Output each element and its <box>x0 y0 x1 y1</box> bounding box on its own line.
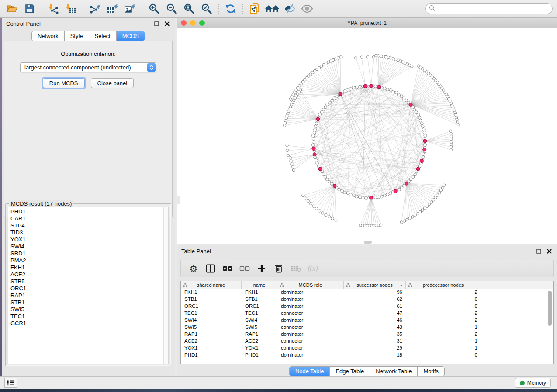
zoom-fit-icon[interactable] <box>182 2 197 15</box>
network-node[interactable] <box>314 125 317 128</box>
network-node[interactable] <box>312 141 315 144</box>
mcds-network-node[interactable] <box>339 92 342 96</box>
table-settings-icon[interactable]: ⚙ <box>187 262 200 275</box>
open-file-icon[interactable] <box>5 2 20 15</box>
column-header-predecessor-nodes[interactable]: predecessor nodes <box>406 281 481 289</box>
network-node[interactable] <box>343 191 346 194</box>
mcds-network-node[interactable] <box>363 84 367 88</box>
tab-node-table[interactable]: Node Table <box>290 367 330 376</box>
network-node[interactable] <box>438 191 440 194</box>
network-node[interactable] <box>322 108 325 111</box>
search-field[interactable] <box>425 3 553 14</box>
mcds-result-list[interactable]: PHD1CAR1STP4TID3YOX1SWI4SRD1PMA2FKH1ACE2… <box>8 207 164 364</box>
network-node[interactable] <box>287 154 289 157</box>
mcds-result-item[interactable]: PHD1 <box>10 208 164 215</box>
network-node[interactable] <box>352 194 355 197</box>
network-node[interactable] <box>291 166 294 168</box>
network-node[interactable] <box>349 88 352 91</box>
network-node[interactable] <box>389 192 392 195</box>
network-node[interactable] <box>383 194 386 197</box>
network-node[interactable] <box>360 56 363 58</box>
network-node[interactable] <box>286 144 288 147</box>
import-network-icon[interactable] <box>46 2 61 15</box>
network-node[interactable] <box>346 192 349 195</box>
deselect-all-icon[interactable] <box>238 262 251 275</box>
network-node[interactable] <box>418 116 421 119</box>
network-node[interactable] <box>430 201 433 203</box>
network-node[interactable] <box>423 131 426 134</box>
network-node[interactable] <box>411 216 414 218</box>
network-node[interactable] <box>312 137 315 140</box>
network-node[interactable] <box>419 119 422 122</box>
network-node[interactable] <box>416 212 419 215</box>
network-node[interactable] <box>374 85 377 88</box>
criterion-dropdown[interactable]: largest connected component (undirected) <box>20 62 156 72</box>
mcds-network-node[interactable] <box>423 148 426 151</box>
mcds-network-node[interactable] <box>394 189 397 193</box>
mcds-network-node[interactable] <box>423 139 427 143</box>
network-node[interactable] <box>377 196 380 199</box>
close-panel-icon[interactable] <box>546 248 553 254</box>
mcds-list-scrollbar[interactable] <box>163 207 169 364</box>
network-node[interactable] <box>443 184 446 186</box>
network-node[interactable] <box>315 207 318 210</box>
network-node[interactable] <box>400 221 403 224</box>
mcds-result-item[interactable]: GCR1 <box>10 320 164 327</box>
table-scrollbar[interactable] <box>547 290 552 363</box>
mcds-network-node[interactable] <box>377 85 381 89</box>
mcds-network-node[interactable] <box>369 196 373 199</box>
network-node[interactable] <box>420 122 423 125</box>
network-node[interactable] <box>312 205 315 207</box>
table-row[interactable]: FKH1FKH1dominator962 <box>181 289 553 296</box>
network-node[interactable] <box>386 88 389 91</box>
network-node[interactable] <box>374 54 377 57</box>
mcds-network-node[interactable] <box>312 147 315 151</box>
table-row[interactable]: ORC1ORC1dominator610 <box>181 303 553 310</box>
mcds-result-item[interactable]: CAR1 <box>10 215 164 222</box>
network-node[interactable] <box>421 125 424 128</box>
network-node[interactable] <box>321 212 324 214</box>
network-node[interactable] <box>389 89 392 92</box>
network-node[interactable] <box>315 159 318 162</box>
network-node[interactable] <box>338 188 341 191</box>
export-table-icon[interactable] <box>105 2 120 15</box>
network-node[interactable] <box>417 113 420 116</box>
network-node[interactable] <box>283 124 286 127</box>
tab-style[interactable]: Style <box>64 31 89 41</box>
network-node[interactable] <box>380 195 383 198</box>
network-node[interactable] <box>424 134 427 137</box>
network-node[interactable] <box>428 203 431 206</box>
network-node[interactable] <box>346 88 349 91</box>
mcds-result-item[interactable]: SRD1 <box>10 250 164 257</box>
network-node[interactable] <box>449 130 452 132</box>
mcds-result-item[interactable]: ORC1 <box>10 285 164 292</box>
network-node[interactable] <box>341 189 344 193</box>
column-header-shared-name[interactable]: shared name <box>181 281 242 289</box>
run-mcds-button[interactable]: Run MCDS <box>43 78 85 88</box>
network-node[interactable] <box>397 93 400 96</box>
import-table-icon[interactable] <box>64 2 79 15</box>
network-node[interactable] <box>302 194 304 196</box>
network-node[interactable] <box>413 108 416 111</box>
network-node[interactable] <box>408 217 411 220</box>
mcds-network-node[interactable] <box>318 167 322 171</box>
table-row[interactable]: ACE2ACE2connector311 <box>181 338 553 345</box>
network-node[interactable] <box>313 131 316 134</box>
refresh-icon[interactable] <box>223 2 238 15</box>
mcds-result-item[interactable]: RAP1 <box>10 292 164 299</box>
network-node[interactable] <box>426 205 429 207</box>
network-node[interactable] <box>406 218 408 221</box>
show-graphics-details-icon[interactable] <box>300 2 315 15</box>
network-node[interactable] <box>422 156 425 159</box>
tab-mcds[interactable]: MCDS <box>116 31 145 41</box>
add-row-icon[interactable] <box>255 262 268 275</box>
mcds-result-item[interactable]: ACE2 <box>10 271 164 278</box>
network-node[interactable] <box>315 122 318 125</box>
network-node[interactable] <box>309 202 312 205</box>
columns-icon[interactable] <box>204 262 217 275</box>
network-node[interactable] <box>328 215 330 218</box>
network-node[interactable] <box>324 175 327 179</box>
network-node[interactable] <box>450 146 453 148</box>
network-node[interactable] <box>364 197 367 200</box>
tab-edge-table[interactable]: Edge Table <box>329 367 370 376</box>
